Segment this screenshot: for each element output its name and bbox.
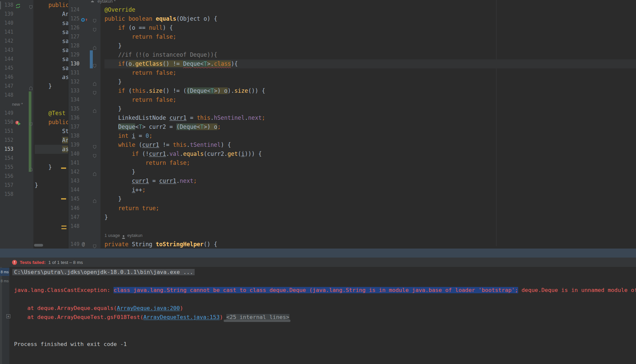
line-number[interactable]: 141 xyxy=(0,28,13,37)
code-line[interactable]: 146 return true; xyxy=(68,204,636,213)
code-line[interactable]: 129 //if (!(o instanceof Deque)){ xyxy=(68,50,636,59)
code-line[interactable]: 143 curr1 = curr1.next; xyxy=(68,176,636,186)
gutter-cell[interactable]: 137 xyxy=(68,122,104,131)
code-text[interactable]: public boolean equals(Object o) { xyxy=(104,14,636,23)
gutter-cell[interactable]: 139 xyxy=(68,140,104,149)
code-line[interactable]: 150! public xyxy=(0,118,68,127)
code-text[interactable] xyxy=(104,222,636,231)
gutter-cell[interactable]: 140 xyxy=(0,19,35,28)
gutter-cell[interactable]: 129 xyxy=(68,50,104,59)
line-number[interactable]: 155 xyxy=(0,163,13,172)
line-number[interactable]: 147 xyxy=(0,82,13,91)
code-text[interactable]: } xyxy=(104,167,636,176)
console-line[interactable]: at deque.ArrayDequeTest.gsF018Test(Array… xyxy=(14,313,636,322)
code-line[interactable]: 152 Ar xyxy=(0,136,68,145)
line-number[interactable]: 149 xyxy=(68,240,79,249)
gutter-cell[interactable]: 133 xyxy=(68,86,104,95)
line-number[interactable]: 140 xyxy=(0,19,13,28)
gutter-cell[interactable]: 142 xyxy=(0,37,35,46)
code-text[interactable]: public xyxy=(35,118,68,127)
code-text[interactable]: Deque<T> curr2 = (Deque<T>) o; xyxy=(104,122,636,131)
console-line[interactable] xyxy=(14,277,636,286)
gutter-cell[interactable]: 146 xyxy=(68,204,104,213)
gutter-cell[interactable]: 135 xyxy=(68,104,104,113)
code-text[interactable]: @Test xyxy=(35,109,68,118)
line-number[interactable]: 139 xyxy=(68,140,79,149)
console-horizontal-scrollbar[interactable] xyxy=(224,320,290,322)
line-number[interactable]: 133 xyxy=(68,86,79,95)
code-line[interactable]: 155 } xyxy=(0,163,68,172)
code-text[interactable]: private String toStringHelper() { xyxy=(104,240,636,249)
code-text[interactable]: } xyxy=(104,195,636,204)
console-line[interactable] xyxy=(14,331,636,340)
code-text[interactable]: } xyxy=(104,41,636,50)
code-text[interactable]: LinkedListNode curr1 = this.hSentinel.ne… xyxy=(104,113,636,122)
code-text[interactable]: as xyxy=(35,145,68,154)
line-number[interactable]: 125 xyxy=(68,14,79,23)
gutter-cell[interactable]: 155 xyxy=(0,163,35,172)
line-number[interactable]: 139 xyxy=(0,10,13,19)
gutter-cell[interactable]: 152 xyxy=(0,136,35,145)
line-number[interactable]: 149 xyxy=(0,109,13,118)
line-number[interactable]: 144 xyxy=(0,55,13,64)
console-line[interactable]: at deque.ArrayDeque.equals(ArrayDeque.ja… xyxy=(14,304,636,313)
console-output[interactable]: 8 ms 8 ms + C:\Users\putra\.jdks\openjdk… xyxy=(0,267,636,364)
code-line[interactable]: 124@Override xyxy=(68,5,636,14)
code-line[interactable]: 149 @Test xyxy=(0,109,68,118)
code-line[interactable]: 136 LinkedListNode curr1 = this.hSentine… xyxy=(68,113,636,122)
code-line[interactable]: 156 xyxy=(0,172,68,181)
editor-split-test-file[interactable]: 138 public139 Ar140 sa141 sa142 sa143 sa… xyxy=(0,0,68,249)
code-text[interactable] xyxy=(35,154,68,163)
code-line[interactable]: 134 return false; xyxy=(68,95,636,104)
gutter-cell[interactable]: 156 xyxy=(0,172,35,181)
code-text[interactable]: i++; xyxy=(104,186,636,195)
gutter-cell[interactable]: 145 xyxy=(0,64,35,73)
code-line[interactable]: 132 } xyxy=(68,77,636,86)
code-text[interactable]: curr1 = curr1.next; xyxy=(104,176,636,186)
gutter-cell[interactable]: 124 xyxy=(68,5,104,14)
code-line[interactable]: 157} xyxy=(0,181,68,190)
line-number[interactable]: 158 xyxy=(0,190,13,199)
line-number[interactable]: 157 xyxy=(0,181,13,190)
gutter-cell[interactable]: 143 xyxy=(68,176,104,186)
line-number[interactable]: 126 xyxy=(68,23,79,32)
line-number[interactable]: 154 xyxy=(0,154,13,163)
code-line[interactable]: 127 return false; xyxy=(68,32,636,41)
code-text[interactable]: return false; xyxy=(104,68,636,77)
line-number[interactable]: 128 xyxy=(68,41,79,50)
console-line[interactable] xyxy=(14,322,636,331)
line-number[interactable]: 143 xyxy=(68,176,79,186)
line-number[interactable]: 146 xyxy=(68,204,79,213)
code-text[interactable] xyxy=(35,172,68,181)
line-number[interactable]: 132 xyxy=(68,77,79,86)
gutter-cell[interactable]: 126 xyxy=(68,23,104,32)
code-line[interactable]: 154 xyxy=(0,154,68,163)
code-line[interactable]: 135 } xyxy=(68,104,636,113)
code-line[interactable]: 138 public xyxy=(0,1,68,10)
code-text[interactable] xyxy=(35,91,68,100)
line-number[interactable]: 151 xyxy=(0,127,13,136)
gutter-cell[interactable]: 138 xyxy=(68,131,104,140)
code-line[interactable]: 133 if (this.size() != ((Deque<T>) o).si… xyxy=(68,86,636,95)
code-line[interactable]: 144 i++; xyxy=(68,186,636,195)
code-text[interactable]: sa xyxy=(35,46,68,55)
code-line[interactable]: 146 as xyxy=(0,73,68,82)
code-line[interactable]: 140 sa xyxy=(0,19,68,28)
line-number[interactable]: 143 xyxy=(0,46,13,55)
gutter-cell[interactable]: 132 xyxy=(68,77,104,86)
line-number[interactable]: 146 xyxy=(0,73,13,82)
code-line[interactable]: 139 Ar xyxy=(0,10,68,19)
code-line[interactable]: 131 return false; xyxy=(68,68,636,77)
gutter-cell[interactable]: 140 xyxy=(68,149,104,158)
code-text[interactable] xyxy=(35,190,68,199)
line-number[interactable]: 140 xyxy=(68,149,79,158)
line-number[interactable]: 136 xyxy=(68,113,79,122)
code-text[interactable]: @Override xyxy=(104,5,636,14)
code-line[interactable]: 145 sa xyxy=(0,64,68,73)
code-line[interactable]: 151 St xyxy=(0,127,68,136)
code-line[interactable]: 138 int i = 0; xyxy=(68,131,636,140)
code-text[interactable]: return false; xyxy=(104,95,636,104)
code-text[interactable]: public xyxy=(35,1,68,10)
at-icon[interactable]: @ xyxy=(82,240,85,249)
gutter-cell[interactable]: 153 xyxy=(0,145,35,154)
